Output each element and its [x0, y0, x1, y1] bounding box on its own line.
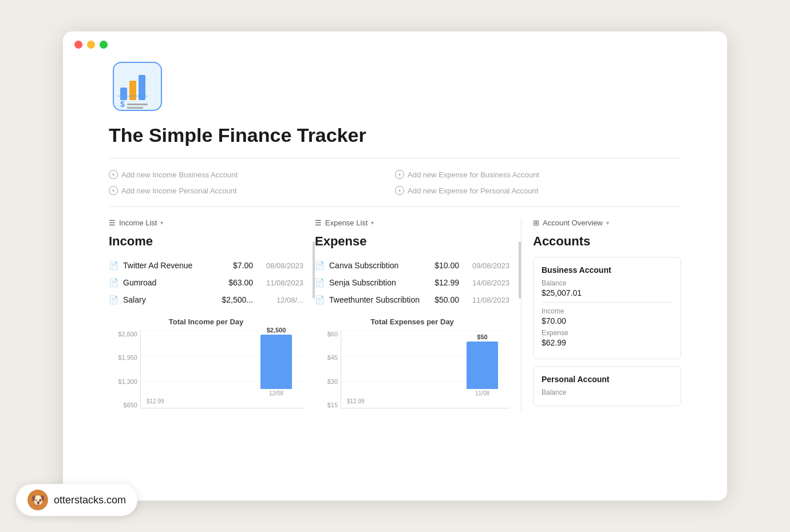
income-panel-header: ☰ Income List ▾ — [109, 219, 303, 227]
maximize-button[interactable] — [100, 41, 108, 49]
main-grid: ☰ Income List ▾ Income 📄 Twitter Ad Reve… — [109, 219, 681, 422]
accounts-panel: ⊞ Account Overview ▾ Accounts Business A… — [521, 219, 681, 413]
chevron-down-icon: ▾ — [606, 220, 609, 226]
grid-icon: ⊞ — [533, 219, 539, 227]
chart-bar — [467, 342, 498, 389]
svg-rect-7 — [127, 107, 143, 109]
expense-panel-header: ☰ Expense List ▾ — [315, 219, 509, 227]
plus-circle-icon: + — [395, 170, 404, 179]
app-icon: $ — [109, 58, 166, 115]
titlebar — [63, 31, 727, 58]
table-row: 📄 Tweethunter Subscribtion $50.00 11/08/… — [315, 291, 509, 308]
personal-account-card: Personal Account Balance — [533, 366, 681, 406]
expense-transaction-list: 📄 Canva Subscribtion $10.00 09/08/2023 📄… — [315, 257, 509, 308]
accounts-panel-header: ⊞ Account Overview ▾ — [533, 219, 681, 227]
table-row: 📄 Gumroad $63.00 11/08/2023 — [109, 274, 303, 291]
x-axis-label: $12.99 — [147, 395, 164, 406]
svg-rect-4 — [118, 96, 148, 97]
doc-icon: 📄 — [315, 261, 325, 270]
business-account-card: Business Account Balance $25,007.01 Inco… — [533, 257, 681, 359]
income-transaction-list: 📄 Twitter Ad Revenue $7.00 08/08/2023 📄 … — [109, 257, 303, 308]
plus-circle-icon: + — [395, 186, 404, 195]
income-panel: ☰ Income List ▾ Income 📄 Twitter Ad Reve… — [109, 219, 315, 422]
page-title: The Simple Finance Tracker — [109, 124, 681, 146]
doc-icon: 📄 — [109, 278, 118, 287]
doc-icon: 📄 — [315, 295, 325, 304]
chart-bar-group: $50 11/08 — [467, 334, 498, 396]
accounts-title: Accounts — [533, 234, 681, 249]
chart-area: $50 11/08 $12.99 — [341, 331, 509, 408]
minimize-button[interactable] — [87, 41, 95, 49]
chart-area: $2,500 12/08 $12.99 — [140, 331, 303, 408]
list-icon: ☰ — [109, 219, 116, 227]
expense-panel: ☰ Expense List ▾ Expense 📄 Canva Subscri… — [315, 219, 521, 422]
add-income-personal-button[interactable]: + Add new Income Personal Account — [109, 184, 395, 197]
expense-chart: Total Expenses per Day $60 $45 $30 $15 — [315, 317, 509, 422]
add-income-business-button[interactable]: + Add new Income Business Account — [109, 168, 395, 181]
x-axis-label: $12.99 — [347, 395, 365, 406]
table-row: 📄 Senja Subscribtion $12.99 14/08/2023 — [315, 274, 509, 291]
watermark: 🐶 otterstacks.com — [16, 484, 137, 516]
income-add-col: + Add new Income Business Account + Add … — [109, 168, 395, 197]
income-panel-title: Income — [109, 234, 303, 249]
table-row: 📄 Twitter Ad Revenue $7.00 08/08/2023 — [109, 257, 303, 274]
y-axis-labels: $60 $45 $30 $15 — [315, 331, 338, 408]
scrollbar[interactable] — [519, 241, 521, 299]
y-axis-labels: $2,600 $1,950 $1,300 $650 — [109, 331, 137, 408]
chevron-down-icon: ▾ — [160, 220, 163, 226]
doc-icon: 📄 — [109, 261, 118, 270]
close-button[interactable] — [74, 41, 82, 49]
svg-rect-6 — [127, 104, 148, 105]
svg-text:$: $ — [120, 100, 125, 109]
chart-bar — [260, 335, 292, 389]
account-divider — [542, 302, 673, 303]
plus-circle-icon: + — [109, 170, 118, 179]
main-window: $ The Simple Finance Tracker + Add new I… — [63, 31, 727, 501]
plus-circle-icon: + — [109, 186, 118, 195]
table-row: 📄 Salary $2,500... 12/08/... — [109, 291, 303, 308]
add-expense-business-button[interactable]: + Add new Expense for Business Account — [395, 168, 681, 181]
list-icon: ☰ — [315, 219, 322, 227]
table-row: 📄 Canva Subscribtion $10.00 09/08/2023 — [315, 257, 509, 274]
expense-panel-title: Expense — [315, 234, 509, 249]
income-chart: Total Income per Day $2,600 $1,950 $1,30… — [109, 317, 303, 422]
doc-icon: 📄 — [315, 278, 325, 287]
chart-bar-group: $2,500 12/08 — [260, 327, 292, 396]
watermark-avatar: 🐶 — [27, 490, 48, 510]
title-divider — [109, 158, 681, 158]
svg-rect-1 — [120, 88, 127, 100]
chevron-down-icon: ▾ — [371, 220, 374, 226]
add-expense-personal-button[interactable]: + Add new Expense for Personal Account — [395, 184, 681, 197]
add-buttons-section: + Add new Income Business Account + Add … — [109, 168, 681, 197]
svg-rect-2 — [129, 81, 136, 100]
expense-add-col: + Add new Expense for Business Account +… — [395, 168, 681, 197]
section-divider — [109, 207, 681, 207]
doc-icon: 📄 — [109, 295, 118, 304]
watermark-url: otterstacks.com — [54, 494, 126, 506]
